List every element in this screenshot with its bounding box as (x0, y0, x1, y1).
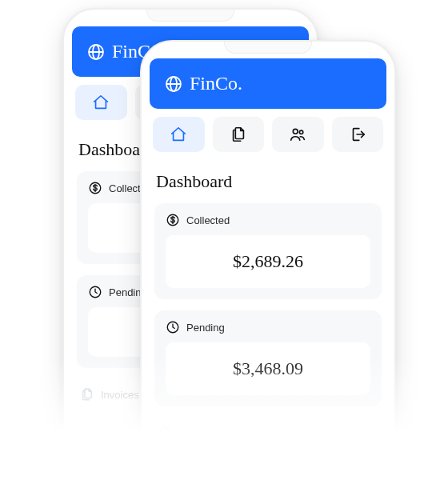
card-collected: Collected $2,689.26 (154, 203, 382, 299)
card-collected-label: Collected (186, 214, 230, 226)
nav-home[interactable] (75, 85, 127, 120)
svg-point-12 (300, 130, 303, 134)
row-invoices-label: Invoices (178, 427, 217, 439)
svg-point-11 (294, 129, 298, 134)
globe-icon (86, 42, 106, 62)
row-invoices[interactable]: Invoices (154, 418, 382, 448)
card-pending-header: Pending (166, 320, 370, 334)
nav-home[interactable] (153, 117, 205, 152)
nav-logout[interactable] (332, 117, 384, 152)
users-icon (289, 126, 306, 143)
phone-notch (224, 41, 312, 54)
dollar-circle-icon (166, 213, 180, 227)
app-header: FinCo. (150, 58, 386, 109)
nav-documents[interactable] (213, 117, 265, 152)
logout-icon (349, 126, 366, 143)
home-icon (170, 126, 187, 143)
card-pending: Pending $3,468.09 (154, 310, 382, 406)
card-pending-label: Pending (186, 322, 225, 334)
invoice-icon (80, 387, 94, 402)
dollar-circle-icon (88, 181, 102, 195)
clock-icon (88, 285, 102, 299)
invoice-icon (158, 426, 172, 440)
phone-notch (146, 9, 234, 22)
nav-bar (142, 117, 394, 160)
card-collected-header: Collected (166, 213, 370, 227)
brand: FinCo. (164, 73, 242, 94)
page-content: Dashboard Collected $2,689.26 (142, 160, 394, 448)
brand-name: FinCo. (190, 73, 242, 94)
page-title: Dashboard (156, 171, 382, 192)
documents-icon (230, 126, 247, 143)
clock-icon (166, 320, 180, 334)
card-collected-value: $2,689.26 (166, 235, 370, 288)
card-pending-value: $3,468.09 (166, 342, 370, 395)
home-icon (92, 94, 110, 111)
row-invoices-label: Invoices (101, 389, 139, 401)
globe-icon (164, 74, 183, 94)
nav-users[interactable] (272, 117, 324, 152)
phone-mock-front: FinCo. (140, 40, 396, 496)
